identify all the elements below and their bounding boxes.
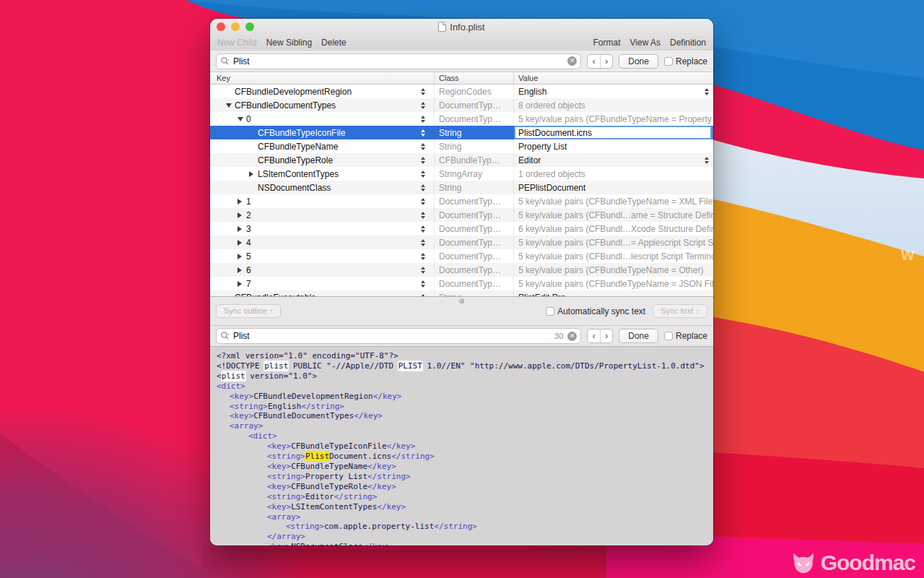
find-next-button[interactable]: › <box>600 55 612 68</box>
key-stepper[interactable] <box>421 267 425 274</box>
row-value[interactable]: Property List <box>514 139 713 153</box>
disclosure-triangle-icon[interactable] <box>237 281 242 287</box>
key-stepper[interactable] <box>421 253 425 260</box>
key-stepper[interactable] <box>421 225 425 233</box>
row-class-label[interactable]: DocumentTyp… <box>435 222 514 236</box>
disclosure-triangle-icon[interactable] <box>237 117 243 121</box>
key-stepper[interactable] <box>421 212 425 219</box>
disclosure-triangle-icon[interactable] <box>237 267 242 273</box>
disclosure-triangle-icon[interactable] <box>226 103 232 108</box>
row-value[interactable]: PlistDocument.icns <box>514 126 713 139</box>
value-edit-field[interactable]: PlistDocument.icns <box>515 126 711 139</box>
auto-sync-checkbox[interactable]: Automatically sync text <box>546 306 645 316</box>
checkbox-box[interactable] <box>546 307 554 316</box>
clear-search-icon[interactable]: ✕ <box>567 56 577 66</box>
key-stepper[interactable] <box>421 102 425 109</box>
key-stepper[interactable] <box>421 280 425 288</box>
value-stepper[interactable] <box>705 88 709 95</box>
new-sibling-button[interactable]: New Sibling <box>266 38 312 48</box>
row-value[interactable]: English <box>514 85 713 98</box>
done-button[interactable]: Done <box>619 54 658 69</box>
row-class-label[interactable]: DocumentTyp… <box>435 112 514 126</box>
row-value[interactable]: 5 key/value pairs (CFBundl…lescript Scri… <box>514 249 713 263</box>
clear-search-icon[interactable]: ✕ <box>567 332 577 341</box>
disclosure-triangle-icon[interactable] <box>249 171 253 177</box>
row-value[interactable]: 6 key/value pairs (CFBundl…Xcode Structu… <box>514 222 713 236</box>
row-class-label[interactable]: RegionCodes <box>435 85 514 98</box>
row-value[interactable]: Editor <box>514 153 713 167</box>
row-value[interactable]: 5 key/value pairs (CFBundleTypeName = Ot… <box>514 263 713 277</box>
disclosure-triangle-icon[interactable] <box>237 212 242 218</box>
table-row[interactable]: 6DocumentTyp…5 key/value pairs (CFBundle… <box>210 263 713 277</box>
replace-checkbox[interactable]: Replace <box>664 331 707 341</box>
table-row[interactable]: CFBundleExecutableStringPlistEdit Pro <box>210 290 713 296</box>
xml-source-editor[interactable]: <?xml version="1.0" encoding="UTF-8"?><!… <box>210 347 713 545</box>
key-stepper[interactable] <box>421 171 425 178</box>
row-class-label[interactable]: DocumentTyp… <box>435 98 514 112</box>
row-class-label[interactable]: DocumentTyp… <box>435 277 514 290</box>
row-class-label[interactable]: DocumentTyp… <box>435 249 514 263</box>
row-class-label[interactable]: String <box>435 290 514 296</box>
row-value[interactable]: 5 key/value pairs (CFBundl…ame = Structu… <box>514 208 713 222</box>
sync-text-button[interactable]: Sync text ↓ <box>653 304 707 318</box>
key-stepper[interactable] <box>421 157 425 164</box>
done-button[interactable]: Done <box>619 329 658 343</box>
row-class-label[interactable]: String <box>435 181 514 194</box>
table-row[interactable]: 0DocumentTyp…5 key/value pairs (CFBundle… <box>210 112 713 126</box>
disclosure-triangle-icon[interactable] <box>237 199 242 204</box>
key-stepper[interactable] <box>421 129 425 137</box>
table-row[interactable]: 5DocumentTyp…5 key/value pairs (CFBundl…… <box>210 249 713 263</box>
definition-button[interactable]: Definition <box>670 38 706 48</box>
key-stepper[interactable] <box>421 184 425 191</box>
view-as-button[interactable]: View As <box>630 38 661 48</box>
row-class-label[interactable]: String <box>435 126 514 139</box>
row-value[interactable]: 5 key/value pairs (CFBundleTypeName = XM… <box>514 194 713 208</box>
table-row[interactable]: 4DocumentTyp…5 key/value pairs (CFBundl…… <box>210 236 713 249</box>
row-class-label[interactable]: String <box>435 139 514 153</box>
row-class-label[interactable]: StringArray <box>435 167 514 181</box>
row-class-label[interactable]: DocumentTyp… <box>435 263 514 277</box>
value-stepper[interactable] <box>705 157 709 164</box>
key-stepper[interactable] <box>421 88 425 95</box>
row-value[interactable]: 5 key/value pairs (CFBundleTypeName = JS… <box>514 277 713 290</box>
column-header-key[interactable]: Key <box>210 72 435 84</box>
table-row[interactable]: LSItemContentTypesStringArray1 ordered o… <box>210 167 713 181</box>
row-value[interactable]: 5 key/value pairs (CFBundl…= Applescript… <box>514 236 713 249</box>
find-next-button[interactable]: › <box>600 329 612 342</box>
disclosure-triangle-icon[interactable] <box>237 226 242 232</box>
replace-checkbox[interactable]: Replace <box>664 56 707 66</box>
text-search-input[interactable]: Plist 30 ✕ <box>216 328 581 344</box>
row-value[interactable]: PEPlistDocument <box>514 181 713 194</box>
key-stepper[interactable] <box>421 116 425 123</box>
table-row[interactable]: 3DocumentTyp…6 key/value pairs (CFBundl…… <box>210 222 713 236</box>
find-previous-button[interactable]: ‹ <box>588 55 600 68</box>
table-row[interactable]: 1DocumentTyp…5 key/value pairs (CFBundle… <box>210 194 713 208</box>
table-row[interactable]: CFBundleTypeIconFileStringPlistDocument.… <box>210 126 713 139</box>
disclosure-triangle-icon[interactable] <box>237 240 242 246</box>
table-row[interactable]: 2DocumentTyp…5 key/value pairs (CFBundl…… <box>210 208 713 222</box>
table-row[interactable]: NSDocumentClassStringPEPlistDocument <box>210 181 713 194</box>
table-row[interactable]: CFBundleDocumentTypesDocumentTyp…8 order… <box>210 98 713 112</box>
row-value[interactable]: 1 ordered objects <box>514 167 713 181</box>
key-stepper[interactable] <box>421 239 425 246</box>
table-row[interactable]: CFBundleTypeNameStringProperty List <box>210 139 713 153</box>
checkbox-box[interactable] <box>664 57 673 66</box>
splitter-handle[interactable] <box>459 298 464 303</box>
titlebar[interactable]: Info.plist <box>210 19 713 35</box>
table-row[interactable]: CFBundleDevelopmentRegionRegionCodesEngl… <box>210 85 713 98</box>
sync-outline-button[interactable]: Sync outline ↑ <box>216 304 281 318</box>
column-header-class[interactable]: Class <box>435 72 514 84</box>
table-row[interactable]: CFBundleTypeRoleCFBundleTyp…Editor <box>210 153 713 167</box>
format-button[interactable]: Format <box>593 38 620 48</box>
plist-outline[interactable]: CFBundleDevelopmentRegionRegionCodesEngl… <box>210 85 713 296</box>
outline-search-input[interactable]: Plist ✕ <box>216 53 581 69</box>
row-class-label[interactable]: DocumentTyp… <box>435 236 514 249</box>
row-value[interactable]: PlistEdit Pro <box>514 290 713 296</box>
row-value[interactable]: 8 ordered objects <box>514 98 713 112</box>
row-value[interactable]: 5 key/value pairs (CFBundleTypeName = Pr… <box>514 112 713 126</box>
new-child-button[interactable]: New Child <box>217 38 257 48</box>
delete-button[interactable]: Delete <box>321 38 346 48</box>
key-stepper[interactable] <box>421 198 425 205</box>
row-class-label[interactable]: DocumentTyp… <box>435 208 514 222</box>
disclosure-triangle-icon[interactable] <box>237 254 242 259</box>
